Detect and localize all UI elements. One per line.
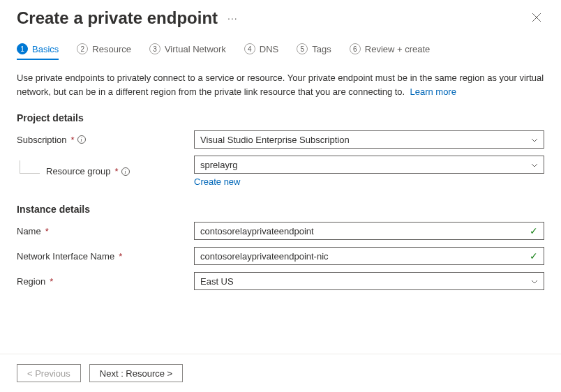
step-number: 2 bbox=[77, 43, 88, 54]
nic-name-label: Network Interface Name bbox=[17, 251, 114, 262]
subscription-select[interactable]: Visual Studio Enterprise Subscription bbox=[194, 130, 544, 149]
step-number: 6 bbox=[350, 43, 361, 54]
tab-basics[interactable]: 1 Basics bbox=[17, 43, 59, 60]
tab-tags[interactable]: 5 Tags bbox=[297, 43, 331, 60]
nic-name-input[interactable]: contosorelayprivateendpoint-nic ✓ bbox=[194, 247, 544, 265]
step-number: 5 bbox=[297, 43, 308, 54]
step-number: 3 bbox=[149, 43, 160, 54]
check-icon: ✓ bbox=[530, 250, 538, 262]
wizard-tabs: 1 Basics 2 Resource 3 Virtual Network 4 … bbox=[17, 43, 544, 60]
next-button[interactable]: Next : Resource > bbox=[89, 364, 183, 382]
tab-label: Virtual Network bbox=[165, 44, 226, 54]
step-number: 1 bbox=[17, 43, 28, 54]
previous-button[interactable]: < Previous bbox=[17, 364, 81, 382]
required-indicator: * bbox=[119, 251, 122, 262]
learn-more-link[interactable]: Learn more bbox=[410, 86, 456, 97]
subscription-value: Visual Studio Enterprise Subscription bbox=[200, 135, 350, 145]
info-icon[interactable]: i bbox=[77, 135, 86, 144]
create-new-link[interactable]: Create new bbox=[194, 176, 240, 187]
tab-label: Resource bbox=[92, 44, 131, 54]
chevron-down-icon bbox=[531, 277, 538, 285]
required-indicator: * bbox=[50, 276, 53, 287]
step-number: 4 bbox=[244, 43, 255, 54]
tab-resource[interactable]: 2 Resource bbox=[77, 43, 131, 60]
required-indicator: * bbox=[71, 135, 75, 145]
chevron-down-icon bbox=[531, 135, 538, 144]
tab-review-create[interactable]: 6 Review + create bbox=[350, 43, 431, 60]
check-icon: ✓ bbox=[530, 225, 538, 236]
tab-virtual-network[interactable]: 3 Virtual Network bbox=[149, 43, 226, 60]
resource-group-label: Resource group bbox=[46, 166, 111, 176]
name-label: Name bbox=[17, 226, 41, 236]
subscription-label: Subscription bbox=[17, 135, 67, 145]
page-title: Create a private endpoint bbox=[17, 8, 218, 28]
region-label: Region bbox=[17, 276, 45, 287]
tab-label: Basics bbox=[32, 44, 59, 54]
info-icon[interactable]: i bbox=[121, 167, 130, 176]
resource-group-select[interactable]: sprelayrg bbox=[194, 156, 544, 174]
project-details-heading: Project details bbox=[17, 112, 544, 123]
name-input[interactable]: contosorelayprivateendpoint ✓ bbox=[194, 222, 544, 240]
wizard-footer: < Previous Next : Resource > bbox=[0, 354, 561, 392]
required-indicator: * bbox=[45, 226, 49, 236]
tab-dns[interactable]: 4 DNS bbox=[244, 43, 278, 60]
required-indicator: * bbox=[115, 166, 119, 176]
description-text: Use private endpoints to privately conne… bbox=[17, 71, 544, 98]
nic-name-value: contosorelayprivateendpoint-nic bbox=[200, 251, 329, 262]
close-icon[interactable] bbox=[529, 9, 544, 27]
resource-group-value: sprelayrg bbox=[200, 160, 237, 170]
chevron-down-icon bbox=[531, 160, 538, 169]
name-value: contosorelayprivateendpoint bbox=[200, 226, 314, 236]
tab-label: DNS bbox=[260, 44, 278, 54]
region-value: East US bbox=[200, 276, 234, 287]
tab-label: Review + create bbox=[365, 44, 431, 54]
instance-details-heading: Instance details bbox=[17, 204, 544, 215]
region-select[interactable]: East US bbox=[194, 272, 544, 290]
tab-label: Tags bbox=[312, 44, 331, 54]
more-icon[interactable]: ··· bbox=[227, 13, 238, 24]
